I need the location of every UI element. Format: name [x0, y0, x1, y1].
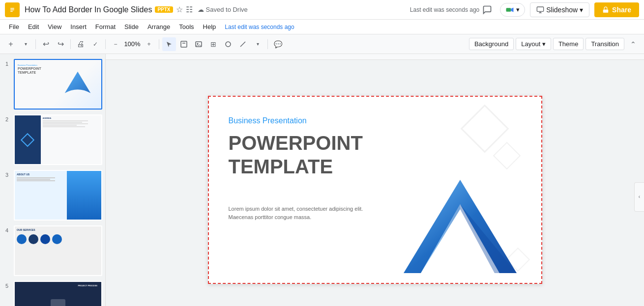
meet-button[interactable]: ▾: [500, 3, 525, 17]
image-tool-2[interactable]: ⊞: [206, 37, 220, 51]
menu-help[interactable]: Help: [199, 22, 220, 32]
slide-item-1[interactable]: 1 Business Presentation POWERPOINTTEMPLA…: [2, 58, 103, 111]
slide-thumb-5[interactable]: PROJECT PROCESS: [14, 281, 102, 306]
image-tool[interactable]: [192, 37, 205, 51]
title-line-2: TEMPLATE: [229, 156, 333, 177]
menu-bar: File Edit View Insert Format Slide Arran…: [0, 20, 644, 34]
separator: [159, 39, 159, 49]
transition-button[interactable]: Transition: [585, 38, 624, 50]
theme-button[interactable]: Theme: [553, 38, 584, 50]
last-edit-link[interactable]: Last edit was seconds ago: [225, 24, 294, 30]
svg-rect-4: [506, 8, 511, 12]
slide-subtitle: Business Presentation: [229, 116, 307, 125]
text-select-tool[interactable]: [177, 37, 191, 51]
menu-insert[interactable]: Insert: [66, 22, 90, 32]
title-bar: How To Add Border In Google Slides PPTX …: [0, 0, 644, 20]
slide-thumb-3[interactable]: ABOUT US: [14, 170, 102, 221]
toolbar-right: Background Layout ▾ Theme Transition ⌃: [469, 37, 640, 51]
right-panel-collapse-button[interactable]: ‹: [634, 182, 644, 212]
saved-text: Saved to Drive: [206, 6, 248, 13]
line-tool[interactable]: [236, 37, 250, 51]
comments-button[interactable]: [479, 2, 495, 18]
menu-file[interactable]: File: [5, 22, 23, 32]
separator: [35, 39, 36, 49]
horizontal-ruler: [106, 54, 644, 60]
cloud-icon: ☁: [198, 6, 204, 13]
blue-logo: [389, 170, 531, 278]
add-button[interactable]: +: [4, 37, 18, 51]
slide-item-3[interactable]: 3 ABOUT US: [2, 169, 103, 222]
cursor-tool[interactable]: [162, 37, 176, 51]
slideshow-chevron: ▾: [580, 6, 583, 14]
background-button[interactable]: Background: [469, 38, 514, 50]
svg-rect-7: [603, 9, 609, 12]
slide-item-4[interactable]: 4 OUR SERVICES: [2, 224, 103, 277]
slide-thumb-1[interactable]: Business Presentation POWERPOINTTEMPLATE: [14, 59, 102, 110]
slide-thumb-2[interactable]: AGENDA: [14, 114, 102, 165]
svg-rect-1: [10, 8, 14, 9]
svg-rect-3: [10, 11, 13, 12]
slide-panel: 1 Business Presentation POWERPOINTTEMPLA…: [0, 54, 106, 306]
zoom-in[interactable]: +: [142, 37, 156, 51]
doc-title[interactable]: How To Add Border In Google Slides: [25, 5, 152, 14]
slide-title-main: POWERPOINT TEMPLATE: [229, 131, 363, 178]
title-line-1: POWERPOINT: [229, 132, 363, 154]
zoom-level[interactable]: 100%: [123, 40, 141, 48]
menu-slide[interactable]: Slide: [120, 22, 143, 32]
layout-button[interactable]: Layout ▾: [516, 38, 551, 50]
svg-rect-6: [537, 7, 544, 11]
app-logo: [5, 2, 20, 17]
svg-rect-2: [10, 9, 14, 10]
collapse-toolbar-button[interactable]: ⌃: [626, 37, 640, 51]
decorative-diamond-1: [460, 105, 509, 153]
meet-chevron: ▾: [516, 6, 520, 13]
print-button[interactable]: 🖨: [74, 37, 88, 51]
canvas-area: Business Presentation POWERPOINT TEMPLAT…: [106, 54, 644, 306]
shapes-tool[interactable]: [221, 37, 235, 51]
menu-view[interactable]: View: [44, 22, 65, 32]
slide-item-2[interactable]: 2 AGENDA: [2, 113, 103, 166]
slide-number-1: 1: [3, 61, 11, 67]
zoom-out[interactable]: −: [109, 37, 122, 51]
redo-button[interactable]: ↪: [54, 37, 67, 51]
main-content: 1 Business Presentation POWERPOINTTEMPLA…: [0, 54, 644, 306]
slide-thumb-4[interactable]: OUR SERVICES: [14, 225, 102, 276]
toolbar: + ▾ ↩ ↪ 🖨 ✓ − 100% + ⊞ ▾ 💬 Background La…: [0, 34, 644, 54]
svg-rect-8: [181, 41, 187, 47]
slide-item-5[interactable]: 5 PROJECT PROCESS: [2, 280, 103, 306]
menu-tools[interactable]: Tools: [175, 22, 198, 32]
pptx-badge: PPTX: [155, 6, 173, 13]
share-label: Share: [612, 6, 631, 14]
menu-edit[interactable]: Edit: [24, 22, 43, 32]
share-button[interactable]: Share: [594, 2, 639, 17]
slideshow-button[interactable]: Slideshow ▾: [530, 2, 589, 17]
folder-icon[interactable]: ☷: [186, 5, 193, 14]
separator: [105, 39, 106, 49]
slide-body-text: Lorem ipsum dolor sit amet, consectetuer…: [229, 205, 366, 221]
svg-rect-9: [182, 43, 185, 44]
spellcheck-button[interactable]: ✓: [88, 37, 102, 51]
star-icon[interactable]: ☆: [176, 5, 183, 14]
separator: [70, 39, 71, 49]
slideshow-label: Slideshow: [546, 6, 578, 14]
svg-marker-5: [511, 7, 514, 12]
slide-number-5: 5: [3, 283, 11, 289]
saved-info: ☁ Saved to Drive: [198, 6, 248, 13]
slide-number-4: 4: [3, 227, 11, 233]
edit-time: Last edit was seconds ago: [410, 6, 479, 13]
menu-arrange[interactable]: Arrange: [144, 22, 174, 32]
add-chevron[interactable]: ▾: [19, 37, 32, 51]
svg-point-12: [226, 42, 231, 47]
comment-tool[interactable]: 💬: [271, 37, 285, 51]
svg-point-11: [197, 43, 199, 44]
undo-button[interactable]: ↩: [39, 37, 53, 51]
menu-format[interactable]: Format: [91, 22, 119, 32]
slide-container: Business Presentation POWERPOINT TEMPLAT…: [106, 60, 644, 306]
line-chevron[interactable]: ▾: [251, 37, 264, 51]
doc-title-area: How To Add Border In Google Slides PPTX …: [25, 5, 406, 14]
decorative-diamond-2: [493, 142, 521, 170]
slide-number-2: 2: [3, 116, 11, 122]
separator: [267, 39, 268, 49]
zoom-controls: − 100% +: [109, 37, 156, 51]
slide-canvas[interactable]: Business Presentation POWERPOINT TEMPLAT…: [208, 96, 542, 284]
